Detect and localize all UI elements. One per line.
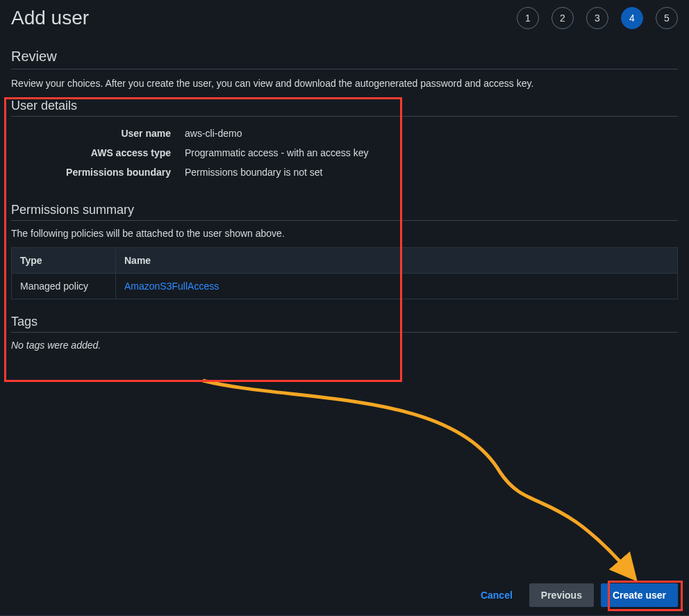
policy-type: Managed policy — [12, 274, 116, 299]
user-detail-value: Permissions boundary is not set — [185, 167, 322, 178]
wizard-step-2[interactable]: 2 — [551, 7, 574, 29]
previous-button[interactable]: Previous — [529, 583, 594, 607]
permissions-summary-description: The following policies will be attached … — [11, 228, 678, 239]
user-detail-label: AWS access type — [11, 147, 185, 158]
table-row: Managed policy AmazonS3FullAccess — [12, 274, 678, 299]
tags-empty-text: No tags were added. — [11, 340, 678, 351]
wizard-footer: Cancel Previous Create user — [0, 574, 689, 616]
wizard-step-3[interactable]: 3 — [586, 7, 608, 29]
wizard-step-5[interactable]: 5 — [656, 7, 678, 29]
user-detail-row: AWS access type Programmatic access - wi… — [11, 143, 678, 163]
permissions-summary-heading: Permissions summary — [11, 203, 678, 221]
cancel-button[interactable]: Cancel — [471, 584, 522, 606]
user-details-heading: User details — [11, 99, 678, 117]
wizard-step-4[interactable]: 4 — [621, 7, 643, 29]
permissions-col-type[interactable]: Type — [12, 248, 116, 274]
create-user-button[interactable]: Create user — [601, 583, 678, 607]
wizard-step-1[interactable]: 1 — [517, 7, 539, 29]
user-detail-value: aws-cli-demo — [185, 128, 242, 139]
page-title: Add user — [11, 7, 89, 29]
policy-name-link[interactable]: AmazonS3FullAccess — [116, 274, 678, 299]
review-description: Review your choices. After you create th… — [11, 78, 678, 89]
user-detail-row: Permissions boundary Permissions boundar… — [11, 163, 678, 182]
permissions-table: Type Name Managed policy AmazonS3FullAcc… — [11, 247, 678, 299]
user-detail-label: User name — [11, 128, 185, 139]
review-heading: Review — [11, 49, 678, 69]
permissions-col-name[interactable]: Name — [116, 248, 678, 274]
tags-heading: Tags — [11, 315, 678, 333]
user-detail-row: User name aws-cli-demo — [11, 124, 678, 143]
user-detail-label: Permissions boundary — [11, 167, 185, 178]
wizard-steps: 1 2 3 4 5 — [517, 7, 678, 29]
user-detail-value: Programmatic access - with an access key — [185, 147, 369, 158]
